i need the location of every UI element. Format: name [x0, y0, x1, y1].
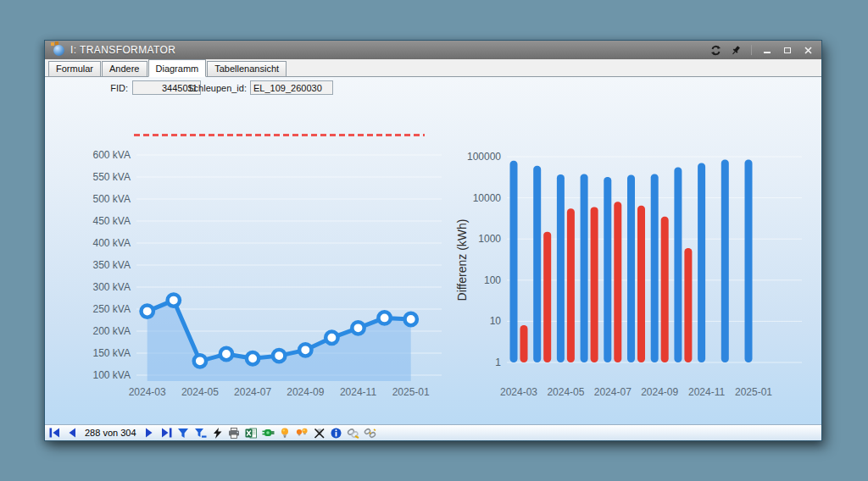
svg-text:550 kVA: 550 kVA [93, 171, 131, 183]
svg-text:10000: 10000 [473, 192, 502, 204]
link-edit-icon[interactable] [347, 427, 359, 439]
next-record-icon[interactable] [143, 427, 156, 439]
tab-strip: Formular Andere Diagramm Tabellenansicht [45, 59, 821, 77]
svg-text:2024-07: 2024-07 [234, 386, 271, 398]
pin-icon[interactable] [728, 43, 743, 57]
svg-text:2024-09: 2024-09 [641, 386, 678, 398]
lightning-icon[interactable] [211, 427, 224, 439]
svg-text:2024-09: 2024-09 [287, 386, 324, 398]
app-window: I: TRANSFORMATOR Formular Andere Diagram… [44, 40, 822, 441]
tab-formular[interactable]: Formular [48, 61, 101, 76]
bulb-icon[interactable] [279, 427, 292, 439]
svg-text:350 kVA: 350 kVA [93, 259, 131, 271]
svg-text:2024-03: 2024-03 [129, 386, 166, 398]
link-break-icon[interactable] [364, 427, 376, 439]
previous-record-icon[interactable] [65, 427, 78, 439]
excel-icon[interactable] [245, 427, 258, 439]
svg-text:100: 100 [484, 274, 501, 286]
record-counter: 288 von 304 [85, 428, 136, 438]
svg-text:500 kVA: 500 kVA [93, 193, 131, 205]
record-navigation-toolbar: 288 von 304 [45, 424, 821, 440]
svg-text:2024-05: 2024-05 [181, 386, 219, 398]
diagram-panel: FID: Schleupen_id: 600 kVA550 kVA500 kVA… [45, 77, 821, 424]
svg-text:250 kVA: 250 kVA [93, 303, 131, 315]
svg-text:150 kVA: 150 kVA [93, 347, 131, 359]
maximize-button[interactable] [780, 43, 795, 57]
svg-text:600 kVA: 600 kVA [93, 149, 131, 161]
titlebar[interactable]: I: TRANSFORMATOR [45, 41, 821, 59]
filter-icon[interactable] [177, 427, 190, 439]
differenz-bar-chart: 100000100001000100101Differenz (kWh)2024… [454, 120, 810, 404]
bulb-off-icon[interactable] [313, 427, 326, 439]
bulbs-icon[interactable] [296, 427, 309, 439]
refresh-icon[interactable] [708, 43, 723, 57]
svg-text:10: 10 [490, 315, 502, 327]
schleupen-id-field[interactable] [250, 80, 333, 95]
svg-text:400 kVA: 400 kVA [93, 237, 131, 249]
svg-text:300 kVA: 300 kVA [93, 281, 131, 293]
minimize-button[interactable] [760, 43, 775, 57]
svg-text:2024-11: 2024-11 [688, 386, 725, 398]
svg-text:Differenz (kWh): Differenz (kWh) [455, 219, 469, 301]
last-record-icon[interactable] [160, 427, 173, 439]
export-icon[interactable] [262, 427, 275, 439]
svg-text:2024-11: 2024-11 [340, 386, 376, 398]
first-record-icon[interactable] [48, 427, 61, 439]
fid-label: FID: [86, 83, 128, 93]
svg-text:1000: 1000 [478, 233, 501, 245]
svg-text:100000: 100000 [467, 151, 501, 163]
svg-text:2024-05: 2024-05 [547, 386, 584, 398]
tab-tabellenansicht[interactable]: Tabellenansicht [207, 61, 287, 76]
svg-text:200 kVA: 200 kVA [93, 325, 131, 337]
svg-text:2024-07: 2024-07 [594, 386, 632, 398]
svg-text:100 kVA: 100 kVA [93, 369, 131, 381]
window-title: I: TRANSFORMATOR [70, 44, 175, 56]
close-button[interactable] [800, 43, 815, 57]
app-globe-icon [51, 44, 65, 57]
svg-text:2024-03: 2024-03 [500, 386, 537, 398]
tab-diagramm[interactable]: Diagramm [148, 59, 207, 77]
kva-line-chart: 600 kVA550 kVA500 kVA450 kVA400 kVA350 k… [73, 120, 450, 404]
svg-text:2025-01: 2025-01 [392, 386, 430, 398]
tab-andere[interactable]: Andere [102, 61, 147, 76]
svg-text:1: 1 [495, 357, 501, 368]
filter-remove-icon[interactable] [194, 427, 207, 439]
schleupen-id-label: Schleupen_id: [170, 83, 247, 93]
print-icon[interactable] [228, 427, 241, 439]
svg-text:2025-01: 2025-01 [735, 386, 772, 398]
svg-text:450 kVA: 450 kVA [93, 215, 131, 227]
info-icon[interactable] [330, 427, 342, 439]
